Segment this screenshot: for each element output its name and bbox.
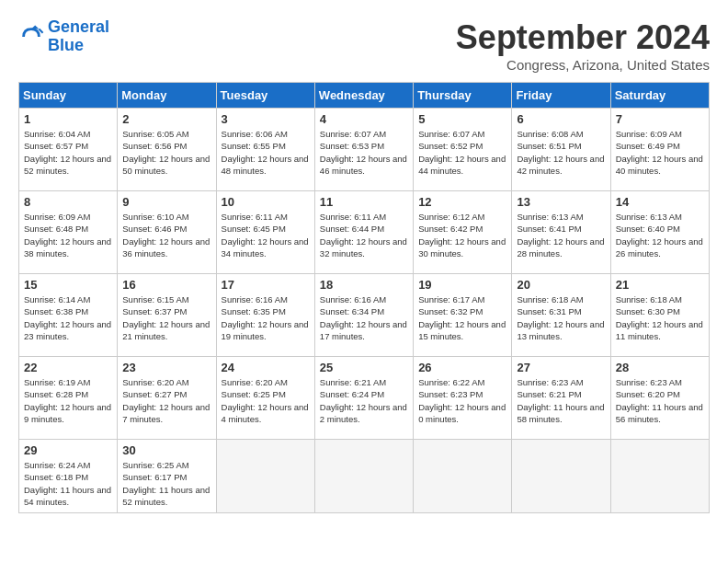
day-cell: 12 Sunrise: 6:12 AMSunset: 6:42 PMDaylig… [414,191,512,274]
day-number: 14 [616,195,704,209]
day-info: Sunrise: 6:19 AMSunset: 6:28 PMDaylight:… [24,376,112,425]
day-cell: 15 Sunrise: 6:14 AMSunset: 6:38 PMDaylig… [19,274,118,357]
day-cell: 22 Sunrise: 6:19 AMSunset: 6:28 PMDaylig… [19,357,118,440]
calendar-subtitle: Congress, Arizona, United States [456,57,710,73]
day-cell: 24 Sunrise: 6:20 AMSunset: 6:25 PMDaylig… [216,357,314,440]
day-info: Sunrise: 6:07 AMSunset: 6:53 PMDaylight:… [320,128,408,177]
day-number: 10 [222,195,310,209]
day-info: Sunrise: 6:20 AMSunset: 6:25 PMDaylight:… [222,376,310,425]
day-cell: 25 Sunrise: 6:21 AMSunset: 6:24 PMDaylig… [314,357,413,440]
day-info: Sunrise: 6:16 AMSunset: 6:35 PMDaylight:… [222,293,310,342]
day-cell: 7 Sunrise: 6:09 AMSunset: 6:49 PMDayligh… [610,109,709,191]
day-info: Sunrise: 6:18 AMSunset: 6:31 PMDaylight:… [517,293,605,342]
day-info: Sunrise: 6:23 AMSunset: 6:20 PMDaylight:… [616,376,704,425]
day-info: Sunrise: 6:23 AMSunset: 6:21 PMDaylight:… [517,376,605,425]
calendar-title: September 2024 [456,18,710,57]
day-info: Sunrise: 6:07 AMSunset: 6:52 PMDaylight:… [418,128,506,177]
day-info: Sunrise: 6:24 AMSunset: 6:18 PMDaylight:… [24,459,112,508]
logo-text: General Blue [48,18,109,55]
week-row-4: 22 Sunrise: 6:19 AMSunset: 6:28 PMDaylig… [19,357,710,440]
day-cell: 26 Sunrise: 6:22 AMSunset: 6:23 PMDaylig… [414,357,512,440]
day-cell: 21 Sunrise: 6:18 AMSunset: 6:30 PMDaylig… [610,274,709,357]
day-number: 13 [517,195,605,209]
day-number: 29 [24,443,112,457]
day-number: 24 [222,361,310,374]
day-number: 21 [616,278,704,292]
day-info: Sunrise: 6:14 AMSunset: 6:38 PMDaylight:… [24,293,112,342]
header-cell-saturday: Saturday [610,83,709,109]
day-cell: 16 Sunrise: 6:15 AMSunset: 6:37 PMDaylig… [118,274,216,357]
day-number: 30 [122,443,210,457]
header-cell-monday: Monday [118,83,216,109]
week-row-3: 15 Sunrise: 6:14 AMSunset: 6:38 PMDaylig… [19,274,710,357]
day-info: Sunrise: 6:16 AMSunset: 6:34 PMDaylight:… [320,293,408,342]
day-number: 6 [517,112,605,126]
day-number: 1 [24,112,112,126]
day-number: 28 [616,361,704,374]
calendar-table: SundayMondayTuesdayWednesdayThursdayFrid… [18,82,710,513]
day-cell: 27 Sunrise: 6:23 AMSunset: 6:21 PMDaylig… [512,357,610,440]
day-info: Sunrise: 6:09 AMSunset: 6:48 PMDaylight:… [24,211,112,259]
logo-icon [18,24,44,50]
header-cell-sunday: Sunday [19,83,118,109]
day-number: 16 [122,278,210,292]
day-cell: 18 Sunrise: 6:16 AMSunset: 6:34 PMDaylig… [314,274,413,357]
day-info: Sunrise: 6:22 AMSunset: 6:23 PMDaylight:… [418,376,506,425]
day-number: 12 [418,195,506,209]
day-number: 27 [517,361,605,374]
day-cell: 17 Sunrise: 6:16 AMSunset: 6:35 PMDaylig… [216,274,314,357]
day-number: 2 [122,112,210,126]
day-number: 18 [320,278,408,292]
day-number: 23 [122,361,210,374]
week-row-1: 1 Sunrise: 6:04 AMSunset: 6:57 PMDayligh… [19,109,710,191]
logo: General Blue [18,18,109,55]
day-info: Sunrise: 6:05 AMSunset: 6:56 PMDaylight:… [122,128,210,177]
day-cell: 11 Sunrise: 6:11 AMSunset: 6:44 PMDaylig… [314,191,413,274]
day-cell [610,440,709,513]
day-cell [216,440,314,513]
day-number: 7 [616,112,704,126]
day-number: 26 [418,361,506,374]
header-cell-friday: Friday [512,83,610,109]
day-info: Sunrise: 6:08 AMSunset: 6:51 PMDaylight:… [517,128,605,177]
day-info: Sunrise: 6:13 AMSunset: 6:41 PMDaylight:… [517,211,605,259]
day-number: 22 [24,361,112,374]
day-info: Sunrise: 6:25 AMSunset: 6:17 PMDaylight:… [122,459,210,508]
day-cell: 5 Sunrise: 6:07 AMSunset: 6:52 PMDayligh… [414,109,512,191]
day-cell: 1 Sunrise: 6:04 AMSunset: 6:57 PMDayligh… [19,109,118,191]
day-number: 25 [320,361,408,374]
day-number: 8 [24,195,112,209]
title-area: September 2024 Congress, Arizona, United… [456,18,710,73]
day-cell [512,440,610,513]
day-cell: 6 Sunrise: 6:08 AMSunset: 6:51 PMDayligh… [512,109,610,191]
header: General Blue September 2024 Congress, Ar… [18,18,710,73]
day-number: 5 [418,112,506,126]
day-info: Sunrise: 6:18 AMSunset: 6:30 PMDaylight:… [616,293,704,342]
day-cell: 8 Sunrise: 6:09 AMSunset: 6:48 PMDayligh… [19,191,118,274]
day-cell: 28 Sunrise: 6:23 AMSunset: 6:20 PMDaylig… [610,357,709,440]
day-info: Sunrise: 6:12 AMSunset: 6:42 PMDaylight:… [418,211,506,259]
day-cell: 13 Sunrise: 6:13 AMSunset: 6:41 PMDaylig… [512,191,610,274]
day-cell: 3 Sunrise: 6:06 AMSunset: 6:55 PMDayligh… [216,109,314,191]
day-cell: 30 Sunrise: 6:25 AMSunset: 6:17 PMDaylig… [118,440,216,513]
day-cell: 20 Sunrise: 6:18 AMSunset: 6:31 PMDaylig… [512,274,610,357]
day-number: 11 [320,195,408,209]
day-number: 20 [517,278,605,292]
day-info: Sunrise: 6:13 AMSunset: 6:40 PMDaylight:… [616,211,704,259]
day-info: Sunrise: 6:10 AMSunset: 6:46 PMDaylight:… [122,211,210,259]
day-info: Sunrise: 6:17 AMSunset: 6:32 PMDaylight:… [418,293,506,342]
day-info: Sunrise: 6:15 AMSunset: 6:37 PMDaylight:… [122,293,210,342]
day-cell: 19 Sunrise: 6:17 AMSunset: 6:32 PMDaylig… [414,274,512,357]
header-cell-thursday: Thursday [414,83,512,109]
day-info: Sunrise: 6:11 AMSunset: 6:45 PMDaylight:… [222,211,310,259]
day-number: 15 [24,278,112,292]
day-cell: 4 Sunrise: 6:07 AMSunset: 6:53 PMDayligh… [314,109,413,191]
day-cell: 29 Sunrise: 6:24 AMSunset: 6:18 PMDaylig… [19,440,118,513]
day-number: 19 [418,278,506,292]
day-number: 17 [222,278,310,292]
day-cell: 9 Sunrise: 6:10 AMSunset: 6:46 PMDayligh… [118,191,216,274]
day-info: Sunrise: 6:20 AMSunset: 6:27 PMDaylight:… [122,376,210,425]
week-row-2: 8 Sunrise: 6:09 AMSunset: 6:48 PMDayligh… [19,191,710,274]
day-info: Sunrise: 6:11 AMSunset: 6:44 PMDaylight:… [320,211,408,259]
day-cell: 2 Sunrise: 6:05 AMSunset: 6:56 PMDayligh… [118,109,216,191]
